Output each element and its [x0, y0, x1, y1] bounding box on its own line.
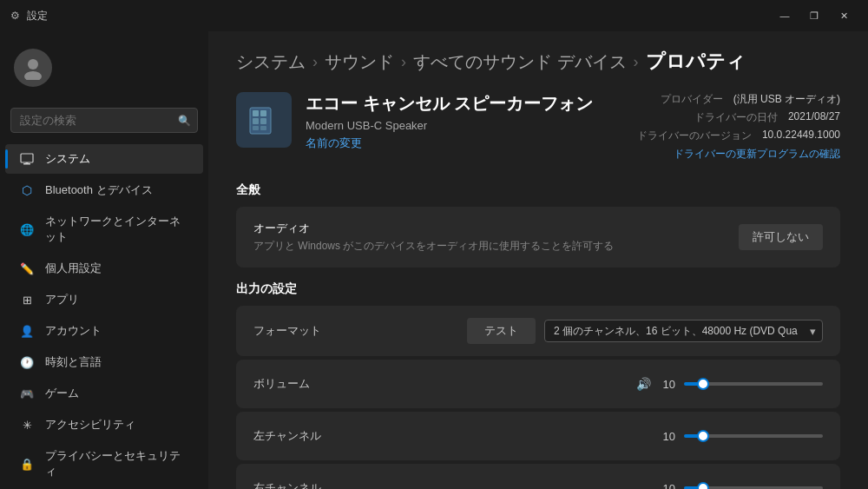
- output-section: 出力の設定 フォーマット テスト 2 個のチャンネル、16 ビット、48000 …: [236, 281, 840, 489]
- sidebar-label-privacy: プライバシーとセキュリティ: [45, 448, 189, 479]
- breadcrumb-sep2: ›: [401, 53, 406, 71]
- left-value: 10: [660, 430, 675, 443]
- sidebar-item-accounts[interactable]: 👤 アカウント: [5, 316, 203, 346]
- audio-card: オーディオ アプリと Windows がこのデバイスをオーディオ用に使用すること…: [236, 207, 840, 268]
- breadcrumb-sound[interactable]: サウンド: [325, 50, 394, 74]
- sidebar-item-gaming[interactable]: 🎮 ゲーム: [5, 379, 203, 408]
- breadcrumb-current: プロパティ: [646, 49, 746, 75]
- breadcrumb: システム › サウンド › すべてのサウンド デバイス › プロパティ: [236, 49, 840, 75]
- left-channel-label: 左チャンネル: [253, 428, 340, 444]
- sidebar-item-apps[interactable]: ⊞ アプリ: [5, 285, 203, 314]
- sidebar-item-network[interactable]: 🌐 ネットワークとインターネット: [5, 207, 203, 252]
- volume-label: ボリューム: [253, 376, 340, 392]
- speaker-icon: 🔊: [636, 377, 651, 391]
- maximize-button[interactable]: ❐: [800, 3, 828, 28]
- left-slider-row: 10: [660, 430, 823, 443]
- user-avatar-section: [0, 38, 208, 97]
- sidebar-item-system[interactable]: システム: [5, 144, 203, 174]
- audio-card-text: オーディオ アプリと Windows がこのデバイスをオーディオ用に使用すること…: [253, 221, 614, 254]
- personal-icon: ✏️: [19, 261, 35, 276]
- svg-rect-7: [260, 110, 266, 116]
- right-channel-label: 右チャンネル: [253, 480, 340, 489]
- minimize-button[interactable]: —: [771, 3, 799, 28]
- right-slider-row: 10: [660, 482, 823, 490]
- sidebar-item-accessibility[interactable]: ✳ アクセシビリティ: [5, 410, 203, 439]
- device-info-left: エコー キャンセル スピーカーフォン Modern USB-C Speaker …: [236, 92, 593, 151]
- network-icon: 🌐: [19, 221, 35, 237]
- format-row: フォーマット テスト 2 個のチャンネル、16 ビット、48000 Hz (DV…: [236, 306, 840, 356]
- sidebar-item-time[interactable]: 🕐 時刻と言語: [5, 347, 203, 377]
- device-text-info: エコー キャンセル スピーカーフォン Modern USB-C Speaker …: [306, 92, 593, 151]
- search-icon: 🔍: [178, 115, 191, 127]
- provider-label: プロバイダー: [661, 92, 723, 107]
- apps-icon: ⊞: [19, 292, 35, 307]
- sidebar-item-bluetooth[interactable]: ⬡ Bluetooth とデバイス: [5, 175, 203, 205]
- search-box[interactable]: 🔍: [10, 108, 198, 133]
- gaming-icon: 🎮: [19, 386, 35, 401]
- driver-version-value: 10.0.22449.1000: [762, 129, 840, 143]
- sidebar-label-personal: 個人用設定: [45, 261, 102, 276]
- svg-rect-8: [253, 118, 259, 124]
- time-icon: 🕐: [19, 354, 35, 370]
- meta-provider-row: プロバイダー (汎用 USB オーディオ): [637, 92, 840, 107]
- volume-slider[interactable]: [684, 382, 823, 386]
- svg-rect-10: [253, 126, 259, 130]
- svg-point-0: [28, 59, 38, 69]
- close-button[interactable]: ✕: [830, 3, 858, 28]
- svg-rect-9: [260, 118, 266, 124]
- sidebar-label-time: 時刻と言語: [45, 354, 102, 370]
- driver-date-label: ドライバーの日付: [694, 110, 778, 125]
- device-meta: プロバイダー (汎用 USB オーディオ) ドライバーの日付 2021/08/2…: [637, 92, 840, 162]
- device-icon: [236, 92, 292, 148]
- general-section-title: 全般: [236, 182, 840, 198]
- format-select[interactable]: 2 個のチャンネル、16 ビット、48000 Hz (DVD Qua: [544, 320, 823, 342]
- content-area: システム › サウンド › すべてのサウンド デバイス › プロパティ: [208, 31, 868, 489]
- device-subtitle: Modern USB-C Speaker: [306, 119, 593, 132]
- driver-version-label: ドライバーのバージョン: [637, 129, 752, 143]
- avatar: [14, 49, 52, 87]
- sidebar-label-accounts: アカウント: [45, 323, 102, 339]
- sidebar-item-privacy[interactable]: 🔒 プライバシーとセキュリティ: [5, 441, 203, 486]
- bluetooth-icon: ⬡: [19, 182, 35, 198]
- sidebar-label-system: システム: [45, 151, 90, 167]
- rename-link[interactable]: 名前の変更: [306, 136, 362, 149]
- titlebar-left: ⚙ 設定: [10, 9, 48, 23]
- audio-card-title: オーディオ: [253, 221, 614, 236]
- breadcrumb-sep3: ›: [634, 53, 639, 71]
- search-input[interactable]: [10, 108, 198, 133]
- allow-button[interactable]: 許可しない: [739, 224, 823, 250]
- settings-icon: ⚙: [10, 10, 20, 22]
- output-section-title: 出力の設定: [236, 281, 840, 297]
- accounts-icon: 👤: [19, 323, 35, 339]
- breadcrumb-all-devices[interactable]: すべてのサウンド デバイス: [413, 50, 627, 74]
- meta-driver-date-row: ドライバーの日付 2021/08/27: [637, 110, 840, 125]
- format-select-wrapper[interactable]: 2 個のチャンネル、16 ビット、48000 Hz (DVD Qua ▾: [544, 320, 823, 342]
- privacy-icon: 🔒: [19, 456, 35, 472]
- driver-update-link[interactable]: ドライバーの更新プログラムの確認: [674, 148, 840, 160]
- left-channel-row: 左チャンネル 10: [236, 412, 840, 460]
- svg-rect-4: [26, 162, 29, 164]
- left-channel-slider[interactable]: [684, 434, 823, 438]
- format-controls: テスト 2 個のチャンネル、16 ビット、48000 Hz (DVD Qua ▾: [467, 318, 823, 344]
- volume-row: ボリューム 🔊 10: [236, 360, 840, 408]
- sidebar-item-personal[interactable]: ✏️ 個人用設定: [5, 254, 203, 283]
- accessibility-icon: ✳: [19, 417, 35, 433]
- volume-slider-row: 🔊 10: [636, 377, 823, 391]
- sidebar-label-network: ネットワークとインターネット: [45, 214, 189, 245]
- system-icon: [19, 151, 35, 167]
- right-value: 10: [660, 482, 675, 490]
- provider-value: (汎用 USB オーディオ): [733, 92, 840, 107]
- driver-date-value: 2021/08/27: [788, 110, 840, 125]
- titlebar-controls: — ❐ ✕: [771, 3, 858, 28]
- test-button[interactable]: テスト: [467, 318, 536, 344]
- sidebar-label-bluetooth: Bluetooth とデバイス: [45, 182, 153, 198]
- right-channel-row: 右チャンネル 10: [236, 464, 840, 489]
- breadcrumb-system[interactable]: システム: [236, 50, 306, 74]
- audio-card-desc: アプリと Windows がこのデバイスをオーディオ用に使用することを許可する: [253, 239, 614, 254]
- format-label: フォーマット: [253, 323, 340, 339]
- sidebar-label-gaming: ゲーム: [45, 386, 79, 401]
- volume-value: 10: [660, 378, 675, 391]
- device-header: エコー キャンセル スピーカーフォン Modern USB-C Speaker …: [236, 92, 840, 162]
- titlebar: ⚙ 設定 — ❐ ✕: [0, 0, 868, 31]
- svg-rect-2: [21, 154, 33, 162]
